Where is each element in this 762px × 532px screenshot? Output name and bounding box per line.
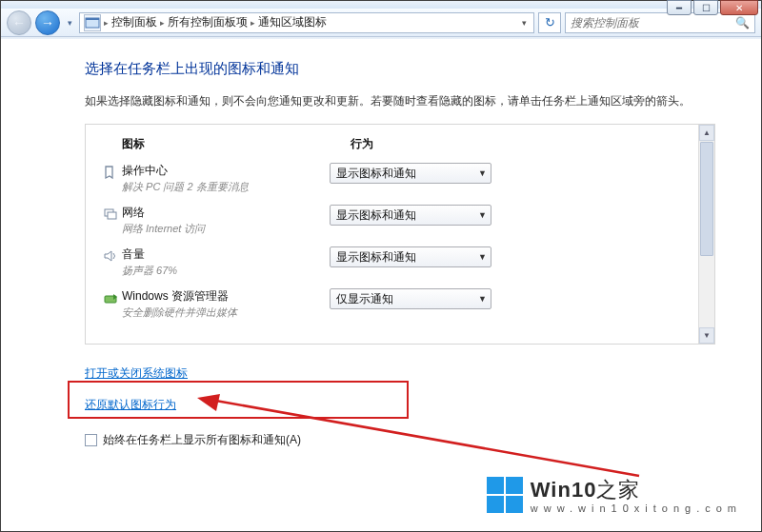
action-center-icon (99, 163, 122, 180)
chevron-down-icon: ▼ (478, 294, 487, 304)
scroll-thumb[interactable] (700, 142, 713, 256)
refresh-button[interactable]: ↻ (538, 12, 561, 33)
list-header: 图标 行为 (99, 132, 692, 160)
always-show-row: 始终在任务栏上显示所有图标和通知(A) (85, 432, 715, 448)
nav-forward-button[interactable]: → (35, 10, 60, 35)
behavior-select[interactable]: 显示图标和通知 ▼ (330, 163, 491, 184)
chevron-down-icon: ▼ (478, 168, 487, 178)
list-item: 音量 扬声器 67% 显示图标和通知 ▼ (99, 244, 692, 286)
address-bar[interactable]: ▸ 控制面板 ▸ 所有控制面板项 ▸ 通知区域图标 ▾ (79, 12, 534, 33)
links-area: 打开或关闭系统图标 还原默认图标行为 (85, 360, 715, 419)
watermark: Win10之家 www.win10xitong.com (487, 476, 742, 514)
list-inner: 图标 行为 操作中心 解决 PC 问题 2 条重要消息 显示图标和通知 (86, 125, 714, 335)
page-title: 选择在任务栏上出现的图标和通知 (85, 60, 715, 78)
breadcrumb-label: 通知区域图标 (258, 14, 327, 30)
chevron-down-icon: ▼ (478, 252, 487, 262)
scroll-down-button[interactable]: ▼ (699, 327, 714, 344)
close-button[interactable]: ✕ (720, 0, 758, 15)
control-panel-icon (84, 14, 101, 31)
breadcrumb-label: 所有控制面板项 (168, 14, 248, 30)
chevron-right-icon: ▸ (104, 18, 109, 28)
chevron-right-icon: ▸ (251, 18, 255, 28)
item-name: 操作中心 (122, 163, 330, 179)
volume-icon (99, 246, 122, 264)
item-name: Windows 资源管理器 (122, 288, 330, 305)
window-controls: ━ ☐ ✕ (667, 0, 758, 15)
behavior-select[interactable]: 仅显示通知 ▼ (330, 288, 491, 309)
search-input[interactable] (571, 16, 735, 30)
item-desc: 网络 Internet 访问 (122, 222, 330, 236)
navbar: ← → ▾ ▸ 控制面板 ▸ 所有控制面板项 ▸ 通知区域图标 ▾ (1, 9, 761, 37)
item-desc: 安全删除硬件并弹出媒体 (122, 305, 330, 320)
behavior-select[interactable]: 显示图标和通知 ▼ (330, 205, 491, 226)
page-description: 如果选择隐藏图标和通知，则不会向您通知更改和更新。若要随时查看隐藏的图标，请单击… (85, 91, 715, 110)
nav-history-dropdown[interactable]: ▾ (64, 11, 75, 34)
svg-rect-1 (86, 18, 99, 20)
watermark-brand: Win10之家 (531, 476, 742, 504)
scrollbar[interactable]: ▲ ▼ (698, 125, 714, 344)
search-icon: 🔍 (735, 16, 750, 30)
breadcrumb[interactable]: ▸ 通知区域图标 (251, 14, 327, 30)
icon-list: 图标 行为 操作中心 解决 PC 问题 2 条重要消息 显示图标和通知 (85, 124, 715, 345)
select-value: 显示图标和通知 (336, 249, 416, 266)
scroll-up-button[interactable]: ▲ (699, 125, 714, 141)
behavior-select[interactable]: 显示图标和通知 ▼ (330, 246, 491, 267)
item-desc: 解决 PC 问题 2 条重要消息 (122, 180, 330, 194)
restore-defaults-link[interactable]: 还原默认图标行为 (85, 397, 176, 413)
watermark-url: www.win10xitong.com (531, 502, 742, 514)
item-name: 网络 (122, 205, 330, 221)
chevron-down-icon: ▼ (478, 210, 487, 220)
address-dropdown[interactable]: ▾ (519, 18, 530, 28)
chevron-down-icon: ▾ (68, 18, 72, 28)
select-value: 仅显示通知 (336, 291, 393, 307)
item-desc: 扬声器 67% (122, 264, 330, 278)
window-frame: ━ ☐ ✕ ← → ▾ ▸ 控制面板 ▸ 所有控制面板项 ▸ (0, 0, 762, 532)
breadcrumb[interactable]: ▸ 控制面板 (104, 14, 157, 30)
network-icon (99, 205, 122, 222)
arrow-left-icon: ← (12, 15, 26, 30)
windows-logo-icon (487, 477, 523, 513)
minimize-button[interactable]: ━ (667, 0, 692, 15)
list-item: Windows 资源管理器 安全删除硬件并弹出媒体 仅显示通知 ▼ (99, 286, 692, 327)
nav-back-button[interactable]: ← (7, 10, 31, 35)
breadcrumb[interactable]: ▸ 所有控制面板项 (160, 14, 248, 30)
list-item: 网络 网络 Internet 访问 显示图标和通知 ▼ (99, 202, 692, 244)
explorer-icon (99, 288, 122, 305)
always-show-label: 始终在任务栏上显示所有图标和通知(A) (103, 432, 301, 448)
maximize-button[interactable]: ☐ (693, 0, 718, 15)
titlebar (1, 1, 761, 9)
item-name: 音量 (122, 246, 330, 263)
content-area: 选择在任务栏上出现的图标和通知 如果选择隐藏图标和通知，则不会向您通知更改和更新… (1, 39, 761, 531)
chevron-right-icon: ▸ (160, 18, 165, 28)
svg-rect-3 (108, 212, 116, 219)
toggle-system-icons-link[interactable]: 打开或关闭系统图标 (85, 365, 188, 382)
column-header-icon: 图标 (122, 136, 351, 152)
arrow-right-icon: → (41, 15, 54, 30)
breadcrumb-label: 控制面板 (111, 14, 157, 30)
select-value: 显示图标和通知 (336, 207, 416, 224)
column-header-behavior: 行为 (351, 136, 692, 152)
select-value: 显示图标和通知 (336, 166, 416, 182)
refresh-icon: ↻ (545, 15, 555, 30)
always-show-checkbox[interactable] (85, 434, 97, 446)
list-item: 操作中心 解决 PC 问题 2 条重要消息 显示图标和通知 ▼ (99, 160, 692, 202)
